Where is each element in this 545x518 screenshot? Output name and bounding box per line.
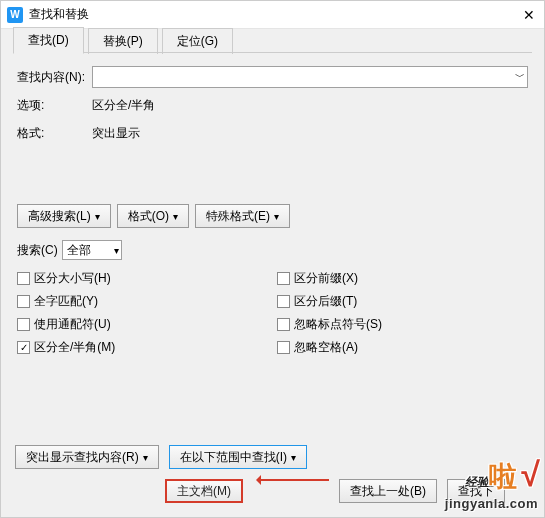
format-row: 格式: 突出显示 <box>17 122 528 144</box>
chevron-down-icon: ▾ <box>95 211 100 222</box>
search-direction-label: 搜索(C) <box>17 242 58 259</box>
main-doc-label: 主文档(M) <box>177 483 231 500</box>
check-label: 忽略标点符号(S) <box>294 316 382 333</box>
tab-find[interactable]: 查找(D) <box>13 27 84 54</box>
check-wildcards[interactable]: 使用通配符(U) <box>17 316 277 333</box>
annotation-arrow <box>259 479 329 481</box>
format-button[interactable]: 格式(O) ▾ <box>117 204 189 228</box>
footer: 突出显示查找内容(R) ▾ 在以下范围中查找(I) ▾ 主文档(M) 查找上一处… <box>1 437 544 517</box>
check-full-half[interactable]: 区分全/半角(M) <box>17 339 277 356</box>
footer-row-2: 主文档(M) 查找上一处(B) 查找下 <box>15 479 530 503</box>
checkbox-icon <box>277 318 290 331</box>
find-in-label: 在以下范围中查找(I) <box>180 449 287 466</box>
advanced-search-button[interactable]: 高级搜索(L) ▾ <box>17 204 111 228</box>
find-prev-button[interactable]: 查找上一处(B) <box>339 479 437 503</box>
content-area: 查找内容(N): ﹀ 选项: 区分全/半角 格式: 突出显示 高级搜索(L) ▾… <box>1 54 544 368</box>
app-logo-icon: W <box>7 7 23 23</box>
special-format-label: 特殊格式(E) <box>206 208 270 225</box>
window-title: 查找和替换 <box>29 6 520 23</box>
tab-replace[interactable]: 替换(P) <box>88 28 158 54</box>
footer-row-1: 突出显示查找内容(R) ▾ 在以下范围中查找(I) ▾ <box>15 445 530 469</box>
find-what-label: 查找内容(N): <box>17 69 92 86</box>
check-whole-word[interactable]: 全字匹配(Y) <box>17 293 277 310</box>
options-value: 区分全/半角 <box>92 97 155 114</box>
check-label: 区分大小写(H) <box>34 270 111 287</box>
search-direction-value: 全部 <box>67 242 91 259</box>
titlebar: W 查找和替换 ✕ <box>1 1 544 29</box>
checkbox-icon <box>17 272 30 285</box>
checkbox-icon <box>17 318 30 331</box>
check-label: 区分全/半角(M) <box>34 339 115 356</box>
main-doc-button[interactable]: 主文档(M) <box>165 479 243 503</box>
find-next-label: 查找下 <box>458 483 494 500</box>
check-suffix[interactable]: 区分后缀(T) <box>277 293 382 310</box>
check-ignore-punct[interactable]: 忽略标点符号(S) <box>277 316 382 333</box>
options-label: 选项: <box>17 97 92 114</box>
chevron-down-icon: ▾ <box>114 245 119 256</box>
chevron-down-icon[interactable]: ﹀ <box>515 70 525 84</box>
checkbox-icon <box>277 272 290 285</box>
format-label: 格式: <box>17 125 92 142</box>
toolbar-row: 高级搜索(L) ▾ 格式(O) ▾ 特殊格式(E) ▾ <box>17 204 528 228</box>
dialog-window: W 查找和替换 ✕ 查找(D) 替换(P) 定位(G) 查找内容(N): ﹀ 选… <box>0 0 545 518</box>
options-col-left: 区分大小写(H) 全字匹配(Y) 使用通配符(U) 区分全/半角(M) <box>17 270 277 356</box>
checkbox-icon <box>17 295 30 308</box>
tab-goto[interactable]: 定位(G) <box>162 28 233 54</box>
chevron-down-icon: ▾ <box>173 211 178 222</box>
chevron-down-icon: ▾ <box>291 452 296 463</box>
find-in-button[interactable]: 在以下范围中查找(I) ▾ <box>169 445 307 469</box>
check-label: 使用通配符(U) <box>34 316 111 333</box>
highlight-all-button[interactable]: 突出显示查找内容(R) ▾ <box>15 445 159 469</box>
special-format-button[interactable]: 特殊格式(E) ▾ <box>195 204 290 228</box>
checkbox-icon <box>17 341 30 354</box>
find-what-input[interactable]: ﹀ <box>92 66 528 88</box>
tab-underline <box>13 52 532 53</box>
check-label: 忽略空格(A) <box>294 339 358 356</box>
check-prefix[interactable]: 区分前缀(X) <box>277 270 382 287</box>
search-direction-select[interactable]: 全部 ▾ <box>62 240 122 260</box>
search-direction-row: 搜索(C) 全部 ▾ <box>17 240 528 260</box>
find-prev-label: 查找上一处(B) <box>350 483 426 500</box>
chevron-down-icon: ▾ <box>143 452 148 463</box>
check-label: 全字匹配(Y) <box>34 293 98 310</box>
advanced-search-label: 高级搜索(L) <box>28 208 91 225</box>
check-ignore-space[interactable]: 忽略空格(A) <box>277 339 382 356</box>
chevron-down-icon: ▾ <box>274 211 279 222</box>
options-row: 选项: 区分全/半角 <box>17 94 528 116</box>
highlight-all-label: 突出显示查找内容(R) <box>26 449 139 466</box>
tab-strip: 查找(D) 替换(P) 定位(G) <box>1 29 544 53</box>
check-label: 区分后缀(T) <box>294 293 357 310</box>
find-next-button[interactable]: 查找下 <box>447 479 505 503</box>
check-label: 区分前缀(X) <box>294 270 358 287</box>
check-match-case[interactable]: 区分大小写(H) <box>17 270 277 287</box>
format-value: 突出显示 <box>92 125 140 142</box>
checkbox-icon <box>277 295 290 308</box>
options-col-right: 区分前缀(X) 区分后缀(T) 忽略标点符号(S) 忽略空格(A) <box>277 270 382 356</box>
format-button-label: 格式(O) <box>128 208 169 225</box>
checkbox-icon <box>277 341 290 354</box>
find-what-row: 查找内容(N): ﹀ <box>17 66 528 88</box>
close-icon[interactable]: ✕ <box>520 6 538 24</box>
options-grid: 区分大小写(H) 全字匹配(Y) 使用通配符(U) 区分全/半角(M) 区分前缀… <box>17 270 528 356</box>
